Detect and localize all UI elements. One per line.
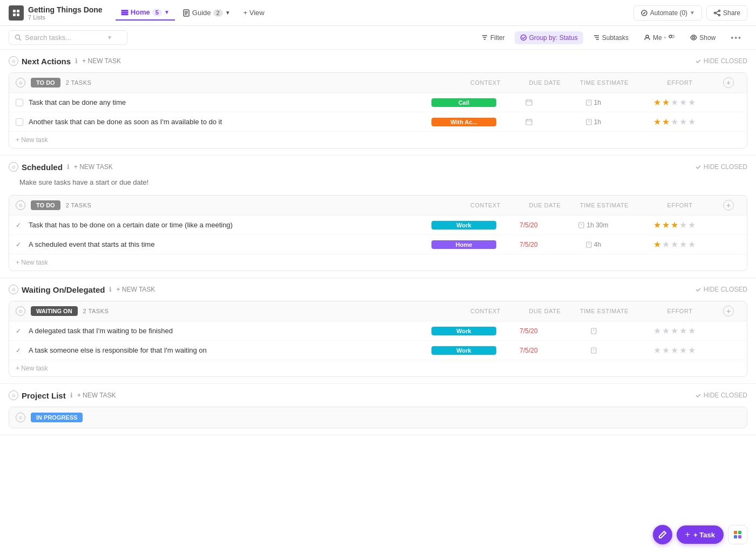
project-list-collapse-btn[interactable]: ○ xyxy=(9,390,18,400)
project-list-hide-closed[interactable]: HIDE CLOSED xyxy=(695,392,747,399)
group-by-button[interactable]: Group by: Status xyxy=(515,31,583,44)
task-checkbox-na2[interactable] xyxy=(16,118,23,126)
scheduled-info-icon[interactable]: ℹ xyxy=(67,163,70,171)
star3: ★ xyxy=(671,326,678,336)
task-duedate-wo2: 7/5/20 xyxy=(502,347,556,354)
todo-count-sc: 2 TASKS xyxy=(66,202,92,208)
star3: ★ xyxy=(671,117,678,127)
star3: ★ xyxy=(671,345,678,355)
waiting-hide-closed[interactable]: HIDE CLOSED xyxy=(695,286,747,293)
pl-status-badge: IN PROGRESS xyxy=(31,413,83,422)
task-context-na1[interactable]: Call xyxy=(431,98,496,107)
new-task-sc[interactable]: + New task xyxy=(9,254,747,271)
svg-point-25 xyxy=(672,35,674,38)
task-timeest-na2: 1h xyxy=(561,118,626,126)
pl-collapse-btn[interactable]: ○ xyxy=(16,413,25,422)
show-button[interactable]: Show xyxy=(685,31,721,44)
waiting-collapse-btn[interactable]: ○ xyxy=(9,285,18,294)
waiting-new-task[interactable]: + NEW TASK xyxy=(116,286,155,293)
task-context-sc2[interactable]: Home xyxy=(431,240,496,249)
svg-point-13 xyxy=(714,12,716,14)
task-duedate-val-sc2: 7/5/20 xyxy=(519,241,537,248)
me-button[interactable]: Me • xyxy=(638,31,680,44)
svg-rect-3 xyxy=(17,14,19,16)
task-context-na2[interactable]: With Ac... xyxy=(431,118,496,126)
col-context-wo: CONTEXT xyxy=(453,308,518,314)
star1: ★ xyxy=(653,117,661,127)
star2: ★ xyxy=(662,220,670,230)
automate-button[interactable]: Automate (0) ▼ xyxy=(633,5,702,21)
toolbar-bar: Search tasks... ▼ Filter Group by: Statu… xyxy=(0,26,756,50)
tab-guide-badge: 2 xyxy=(213,9,223,17)
waiting-collapse: ○ Waiting On/Delegated xyxy=(9,285,105,294)
me-icon xyxy=(644,34,651,41)
new-task-na[interactable]: + New task xyxy=(9,132,747,148)
task-duedate-val-wo1: 7/5/20 xyxy=(519,327,537,335)
star1: ★ xyxy=(653,345,661,355)
col-context-sc: CONTEXT xyxy=(453,202,518,208)
waiting-info-icon[interactable]: ℹ xyxy=(109,286,112,293)
star5: ★ xyxy=(688,97,696,107)
task-duedate-na1 xyxy=(502,99,556,106)
svg-point-26 xyxy=(693,37,695,39)
project-list-new-task[interactable]: + NEW TASK xyxy=(77,392,116,399)
app-subtitle: 7 Lists xyxy=(28,14,103,21)
task-context-wo2[interactable]: Work xyxy=(431,346,496,355)
add-status-btn[interactable]: + xyxy=(723,77,734,88)
svg-line-16 xyxy=(716,11,718,12)
col-effort-sc: EFFORT xyxy=(637,202,723,208)
star2: ★ xyxy=(662,345,670,355)
tab-view[interactable]: + View xyxy=(238,5,270,20)
tab-home[interactable]: Home 5 ▼ xyxy=(116,5,175,21)
filter-button[interactable]: Filter xyxy=(476,31,510,44)
subtasks-button[interactable]: Subtasks xyxy=(588,31,634,44)
task-context-sc1[interactable]: Work xyxy=(431,221,496,230)
svg-point-12 xyxy=(718,10,720,11)
next-actions-collapse-btn[interactable]: ○ xyxy=(9,56,18,66)
next-actions-new-task[interactable]: + NEW TASK xyxy=(82,57,121,65)
scheduled-todo-group: ○ TO DO 2 TASKS CONTEXT DUE DATE TIME ES… xyxy=(9,195,747,271)
new-task-wo[interactable]: + New task xyxy=(9,360,747,376)
todo-collapse-btn[interactable]: ○ xyxy=(16,78,25,87)
waiting-status-collapse-btn[interactable]: ○ xyxy=(16,306,25,316)
check-icon xyxy=(695,58,701,64)
task-effort-wo2: ★ ★ ★ ★ ★ xyxy=(631,345,718,355)
app-icon xyxy=(9,5,24,21)
more-options-button[interactable]: ••• xyxy=(725,31,747,45)
svg-rect-27 xyxy=(526,100,532,105)
add-status-btn-sc[interactable]: + xyxy=(723,200,734,211)
project-list-partial-header: ○ IN PROGRESS xyxy=(9,407,747,428)
scheduled-hide-closed[interactable]: HIDE CLOSED xyxy=(695,163,747,171)
new-task-fab-label: + Task xyxy=(693,531,715,539)
task-duedate-sc2: 7/5/20 xyxy=(502,241,556,248)
new-task-fab-button[interactable]: + + Task xyxy=(677,525,724,544)
star4: ★ xyxy=(679,117,687,127)
search-wrap[interactable]: Search tasks... ▼ xyxy=(9,30,127,45)
task-effort-na1: ★ ★ ★ ★ ★ xyxy=(631,97,718,107)
scheduled-collapse-btn[interactable]: ○ xyxy=(9,162,18,172)
table-row: ✓ A task someone else is responsible for… xyxy=(9,341,747,360)
next-actions-hide-closed[interactable]: HIDE CLOSED xyxy=(695,57,747,65)
task-checkmark-wo2: ✓ xyxy=(16,347,23,354)
star4: ★ xyxy=(679,220,687,230)
tab-guide[interactable]: Guide 2 ▼ xyxy=(177,5,236,20)
project-list-info-icon[interactable]: ℹ xyxy=(70,392,73,399)
timer-icon xyxy=(586,99,592,106)
add-status-btn-wo[interactable]: + xyxy=(723,306,734,316)
star3: ★ xyxy=(671,239,678,249)
svg-rect-6 xyxy=(122,14,128,15)
task-checkbox-na1[interactable] xyxy=(16,99,23,106)
search-input[interactable]: Search tasks... xyxy=(25,33,71,42)
tab-home-badge: 5 xyxy=(152,9,162,16)
col-duedate-wo: DUE DATE xyxy=(518,308,572,314)
todo-collapse-btn-sc[interactable]: ○ xyxy=(16,200,25,210)
svg-line-18 xyxy=(19,39,22,41)
next-actions-collapse: ○ Next Actions xyxy=(9,56,71,66)
edit-fab-button[interactable] xyxy=(653,525,672,544)
task-context-wo1[interactable]: Work xyxy=(431,327,496,335)
next-actions-info-icon[interactable]: ℹ xyxy=(75,57,78,65)
grid-fab-button[interactable] xyxy=(728,525,747,544)
star1: ★ xyxy=(653,97,661,107)
scheduled-new-task[interactable]: + NEW TASK xyxy=(74,163,113,171)
share-button[interactable]: Share xyxy=(706,5,747,21)
